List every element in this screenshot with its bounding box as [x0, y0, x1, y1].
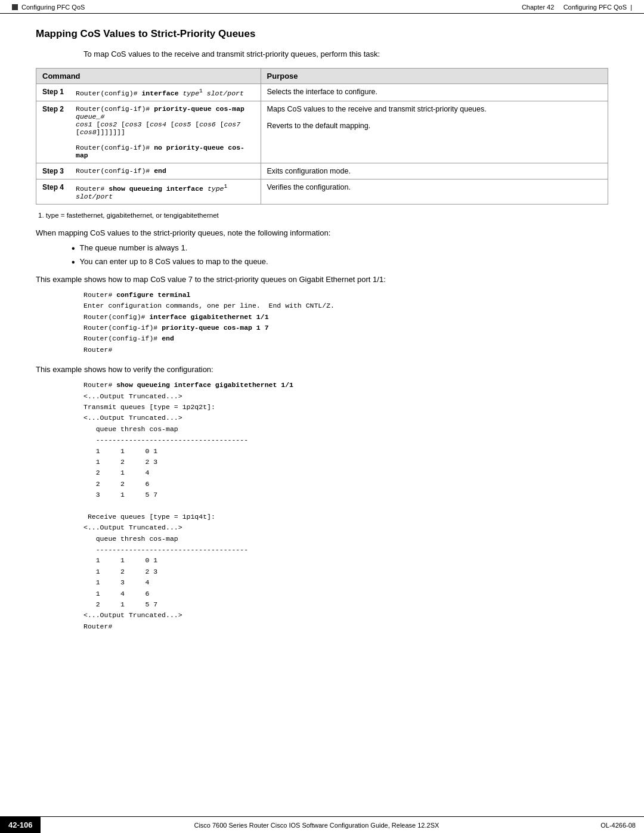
- header-chapter: Chapter 42: [522, 4, 554, 11]
- body-para1: When mapping CoS values to the strict-pr…: [36, 228, 608, 237]
- table-row: Step 4 Router# show queueing interface t…: [36, 179, 608, 204]
- step1-purpose: Selects the interface to configure.: [261, 84, 608, 101]
- header-icon: [12, 4, 18, 10]
- step2-label: Step 2: [36, 101, 70, 163]
- table-row: Step 1 Router(config)# interface type1 s…: [36, 84, 608, 101]
- section-heading: Mapping CoS Values to Strict-Priority Qu…: [36, 28, 608, 40]
- code-block-2: Router# show queueing interface gigabite…: [83, 380, 608, 632]
- header-section: Configuring PFC QoS: [564, 4, 627, 11]
- step3-command: Router(config-if)# end: [70, 163, 261, 179]
- table-footnote: 1. type = fastethernet, gigabitethernet,…: [38, 212, 608, 219]
- header-breadcrumb: Configuring PFC QoS: [21, 4, 85, 11]
- table-row: Step 2 Router(config-if)# priority-queue…: [36, 101, 608, 163]
- step4-command: Router# show queueing interface type1 sl…: [70, 179, 261, 204]
- table-col-purpose: Purpose: [261, 69, 608, 84]
- list-item: The queue number is always 1.: [72, 243, 608, 254]
- code-block-1: Router# configure terminal Enter configu…: [83, 290, 608, 355]
- table-col-command: Command: [36, 69, 261, 84]
- bullet-list: The queue number is always 1. You can en…: [72, 243, 608, 268]
- footer-center-text: Cisco 7600 Series Router Cisco IOS Softw…: [41, 817, 592, 833]
- table-row: Step 3 Router(config-if)# end Exits conf…: [36, 163, 608, 179]
- body-para3: This example shows how to verify the con…: [36, 365, 608, 374]
- header-left: Configuring PFC QoS: [12, 4, 85, 11]
- step1-command: Router(config)# interface type1 slot/por…: [70, 84, 261, 101]
- steps-table: Command Purpose Step 1 Router(config)# i…: [36, 68, 608, 205]
- step2-command: Router(config-if)# priority-queue cos-ma…: [70, 101, 261, 163]
- step3-purpose: Exits configuration mode.: [261, 163, 608, 179]
- page-header: Configuring PFC QoS Chapter 42 Configuri…: [0, 0, 644, 14]
- body-para2: This example shows how to map CoS value …: [36, 275, 608, 284]
- list-item: You can enter up to 8 CoS values to map …: [72, 257, 608, 268]
- main-content: Mapping CoS Values to Strict-Priority Qu…: [0, 14, 644, 689]
- page-footer: 42-106 Cisco 7600 Series Router Cisco IO…: [0, 816, 644, 833]
- header-right: Chapter 42 Configuring PFC QoS |: [522, 4, 632, 11]
- footer-page-num: 42-106: [0, 817, 41, 833]
- intro-paragraph: To map CoS values to the receive and tra…: [83, 49, 608, 58]
- step4-purpose: Verifies the configuration.: [261, 179, 608, 204]
- footer-right-text: OL-4266-08: [592, 817, 644, 833]
- step1-label: Step 1: [36, 84, 70, 101]
- step2-purpose: Maps CoS values to the receive and trans…: [261, 101, 608, 163]
- step3-label: Step 3: [36, 163, 70, 179]
- step4-label: Step 4: [36, 179, 70, 204]
